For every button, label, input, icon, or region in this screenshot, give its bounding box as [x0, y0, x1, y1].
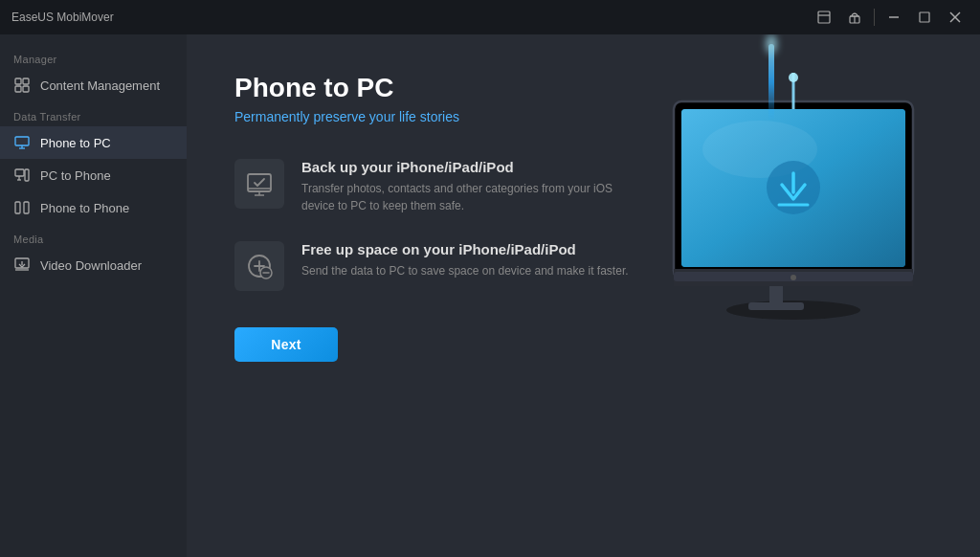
sidebar-item-pc-to-phone[interactable]: PC to Phone	[0, 159, 187, 191]
backup-description: Transfer photos, contacts and other cate…	[301, 180, 646, 214]
svg-rect-20	[15, 202, 20, 213]
svg-rect-21	[24, 202, 29, 213]
svg-rect-6	[920, 12, 929, 22]
separator	[874, 9, 875, 26]
next-button[interactable]: Next	[234, 327, 338, 362]
svg-rect-13	[15, 137, 29, 145]
free-space-title: Free up space on your iPhone/iPad/iPod	[301, 241, 629, 257]
svg-rect-16	[15, 169, 24, 176]
sidebar-section-media: Media	[0, 224, 187, 249]
backup-icon-box	[234, 159, 284, 209]
main-content: Phone to PC Permanently preserve your li…	[187, 34, 980, 557]
title-bar: EaseUS MobiMover	[0, 0, 980, 34]
free-space-icon-box	[234, 241, 284, 291]
svg-rect-17	[25, 169, 29, 181]
gift-icon[interactable]	[841, 4, 868, 31]
sidebar-section-data-transfer: Data Transfer	[0, 101, 187, 126]
sidebar-item-video-downloader[interactable]: Video Downloader	[0, 249, 187, 281]
sidebar-section-manager: Manager	[0, 44, 187, 69]
close-icon[interactable]	[942, 4, 969, 31]
backup-feature-text: Back up your iPhone/iPad/iPod Transfer p…	[301, 159, 646, 214]
settings-icon[interactable]	[811, 4, 837, 31]
svg-point-37	[789, 73, 798, 82]
sidebar-label-phone-to-phone: Phone to Phone	[40, 201, 129, 215]
svg-rect-12	[23, 86, 29, 92]
sidebar-item-phone-to-pc[interactable]: Phone to PC	[0, 126, 187, 159]
svg-rect-11	[15, 86, 21, 92]
sidebar-item-phone-to-phone[interactable]: Phone to Phone	[0, 191, 187, 224]
svg-rect-10	[23, 78, 29, 84]
backup-title: Back up your iPhone/iPad/iPod	[301, 159, 646, 175]
sidebar: Manager Content Management Data Transfer	[0, 34, 187, 557]
free-space-feature-text: Free up space on your iPhone/iPad/iPod S…	[301, 241, 629, 279]
sidebar-label-video-downloader: Video Downloader	[40, 258, 142, 273]
sidebar-item-content-management[interactable]: Content Management	[0, 69, 187, 101]
pc-to-phone-icon	[13, 167, 31, 184]
sidebar-label-pc-to-phone: PC to Phone	[40, 168, 111, 183]
monitor-illustration	[645, 73, 932, 322]
restore-icon[interactable]	[911, 4, 938, 31]
monitor-icon	[13, 134, 31, 151]
free-space-description: Send the data to PC to save space on dev…	[301, 262, 629, 279]
svg-rect-0	[818, 11, 830, 23]
illustration	[626, 44, 951, 350]
phone-to-phone-icon	[13, 199, 31, 216]
grid-icon	[13, 77, 31, 94]
app-title: EaseUS MobiMover	[11, 11, 114, 24]
svg-point-40	[791, 275, 796, 280]
sidebar-label-phone-to-pc: Phone to PC	[40, 136, 111, 150]
lightning-beam	[768, 44, 774, 121]
svg-rect-9	[15, 78, 21, 84]
window-controls	[811, 4, 969, 31]
app-body: Manager Content Management Data Transfer	[0, 34, 980, 557]
download-icon	[13, 256, 31, 274]
svg-rect-27	[748, 302, 804, 310]
sidebar-label-content-management: Content Management	[40, 78, 160, 93]
minimize-icon[interactable]	[880, 4, 907, 31]
